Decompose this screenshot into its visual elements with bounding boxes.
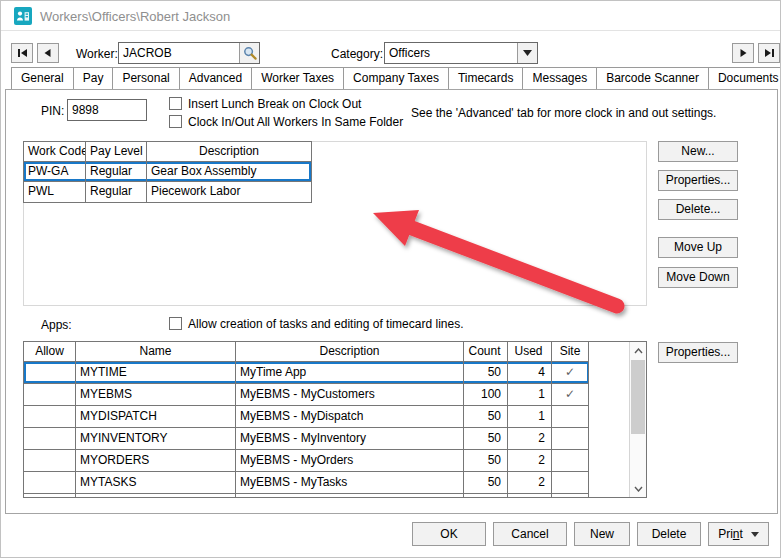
app-row-myinventory[interactable]: MYINVENTORY MyEBMS - MyInventory 50 2	[24, 428, 589, 450]
tab-documents[interactable]: Documents	[708, 67, 781, 89]
header-description[interactable]: Description	[236, 342, 464, 361]
cell-description[interactable]: MyEBMS - MyInventory	[236, 428, 464, 449]
tab-barcode-scanner[interactable]: Barcode Scanner	[596, 67, 709, 89]
worker-value[interactable]: JACROB	[119, 46, 239, 60]
nav-last-button[interactable]	[758, 43, 780, 63]
cell-description[interactable]: MyEBMS - MyDispatch	[236, 406, 464, 427]
cell-allow[interactable]	[24, 384, 76, 405]
app-row-myorders[interactable]: MYORDERS MyEBMS - MyOrders 50 2	[24, 450, 589, 472]
cell-count[interactable]: 50	[464, 428, 508, 449]
properties-app-button[interactable]: Properties...	[658, 342, 738, 363]
tab-worker-taxes[interactable]: Worker Taxes	[251, 67, 344, 89]
app-row-mytasks[interactable]: MYTASKS MyEBMS - MyTasks 50 2	[24, 472, 589, 494]
work-code-row[interactable]: PWL Regular Piecework Labor	[24, 182, 311, 202]
header-pay-level[interactable]: Pay Level	[86, 142, 147, 161]
cell-allow[interactable]	[24, 494, 76, 498]
cell-description[interactable]: MyEBMS - MyTasks	[236, 472, 464, 493]
app-row-mydispatch[interactable]: MYDISPATCH MyEBMS - MyDispatch 50 1	[24, 406, 589, 428]
cell-used[interactable]: 1	[508, 406, 552, 427]
cell-used[interactable]: 1	[508, 494, 552, 498]
work-code-row-selected[interactable]: PW-GA Regular Gear Box Assembly	[24, 162, 311, 182]
site-checkmark[interactable]	[552, 406, 589, 427]
header-work-code[interactable]: Work Code	[24, 142, 86, 161]
cell-description[interactable]: Gear Box Assembly	[147, 162, 311, 181]
cell-name[interactable]: MYTIME	[76, 362, 236, 383]
cell-work-code[interactable]: PW-GA	[24, 162, 86, 181]
new-work-code-button[interactable]: New...	[658, 141, 738, 162]
cell-count[interactable]: 50	[464, 362, 508, 383]
cell-description[interactable]: MyTime App	[236, 362, 464, 383]
app-row-mytimeclock-partial[interactable]: MYTIMECLOCK MyEBMS - MyTimeClock 100 1 ✓	[24, 494, 589, 498]
cell-count[interactable]: 50	[464, 450, 508, 471]
site-checkmark[interactable]	[552, 472, 589, 493]
tab-general[interactable]: General	[11, 67, 74, 89]
cell-pay-level[interactable]: Regular	[86, 182, 147, 202]
cell-allow[interactable]	[24, 472, 76, 493]
cell-name[interactable]: MYEBMS	[76, 384, 236, 405]
print-button[interactable]: Print	[708, 522, 769, 546]
allow-tasks-checkbox[interactable]	[169, 317, 182, 330]
cell-description[interactable]: MyEBMS - MyOrders	[236, 450, 464, 471]
tab-company-taxes[interactable]: Company Taxes	[343, 67, 449, 89]
tab-personal[interactable]: Personal	[112, 67, 179, 89]
pin-input[interactable]: 9898	[67, 99, 147, 121]
clock-all-workers-checkbox[interactable]	[169, 115, 182, 128]
tab-messages[interactable]: Messages	[522, 67, 597, 89]
cell-count[interactable]: 100	[464, 384, 508, 405]
delete-button[interactable]: Delete	[637, 522, 701, 546]
site-checkmark[interactable]: ✓	[552, 362, 589, 383]
delete-work-code-button[interactable]: Delete...	[658, 199, 738, 220]
header-allow[interactable]: Allow	[24, 342, 76, 361]
move-down-button[interactable]: Move Down	[658, 267, 738, 288]
cell-allow[interactable]	[24, 362, 76, 383]
worker-lookup-button[interactable]	[239, 43, 259, 63]
cell-used[interactable]: 2	[508, 450, 552, 471]
nav-next-button[interactable]	[732, 43, 754, 63]
scroll-up-button[interactable]	[630, 342, 646, 359]
cell-description[interactable]: Piecework Labor	[147, 182, 311, 202]
tab-timecards[interactable]: Timecards	[448, 67, 524, 89]
cell-name[interactable]: MYORDERS	[76, 450, 236, 471]
cell-description[interactable]: MyEBMS - MyTimeClock	[236, 494, 464, 498]
cell-work-code[interactable]: PWL	[24, 182, 86, 202]
nav-previous-button[interactable]	[37, 43, 59, 63]
scrollbar-thumb[interactable]	[631, 360, 645, 434]
cell-allow[interactable]	[24, 428, 76, 449]
cell-allow[interactable]	[24, 406, 76, 427]
header-count[interactable]: Count	[464, 342, 508, 361]
category-dropdown[interactable]: Officers	[384, 42, 538, 64]
cell-description[interactable]: MyEBMS - MyCustomers	[236, 384, 464, 405]
site-checkmark[interactable]	[552, 428, 589, 449]
scroll-down-button[interactable]	[630, 480, 646, 497]
cell-name[interactable]: MYDISPATCH	[76, 406, 236, 427]
cell-name[interactable]: MYTIMECLOCK	[76, 494, 236, 498]
app-row-mytime-selected[interactable]: MYTIME MyTime App 50 4 ✓	[24, 362, 589, 384]
site-checkmark[interactable]: ✓	[552, 384, 589, 405]
nav-first-button[interactable]	[11, 43, 33, 63]
app-row-myebms[interactable]: MYEBMS MyEBMS - MyCustomers 100 1 ✓	[24, 384, 589, 406]
header-name[interactable]: Name	[76, 342, 236, 361]
cell-used[interactable]: 2	[508, 472, 552, 493]
new-button[interactable]: New	[574, 522, 630, 546]
move-up-button[interactable]: Move Up	[658, 237, 738, 258]
cell-pay-level[interactable]: Regular	[86, 162, 147, 181]
cell-name[interactable]: MYTASKS	[76, 472, 236, 493]
cell-used[interactable]: 1	[508, 384, 552, 405]
insert-lunch-checkbox[interactable]	[169, 97, 182, 110]
ok-button[interactable]: OK	[412, 522, 486, 546]
apps-scrollbar[interactable]	[629, 342, 646, 497]
worker-field[interactable]: JACROB	[118, 42, 260, 64]
cell-count[interactable]: 100	[464, 494, 508, 498]
cell-count[interactable]: 50	[464, 472, 508, 493]
tab-advanced[interactable]: Advanced	[179, 67, 252, 89]
category-dropdown-button[interactable]	[517, 43, 537, 63]
site-checkmark[interactable]	[552, 450, 589, 471]
cell-count[interactable]: 50	[464, 406, 508, 427]
cell-used[interactable]: 2	[508, 428, 552, 449]
header-used[interactable]: Used	[508, 342, 552, 361]
cell-allow[interactable]	[24, 450, 76, 471]
cancel-button[interactable]: Cancel	[493, 522, 567, 546]
header-site[interactable]: Site	[552, 342, 589, 361]
site-checkmark[interactable]: ✓	[552, 494, 589, 498]
cell-name[interactable]: MYINVENTORY	[76, 428, 236, 449]
